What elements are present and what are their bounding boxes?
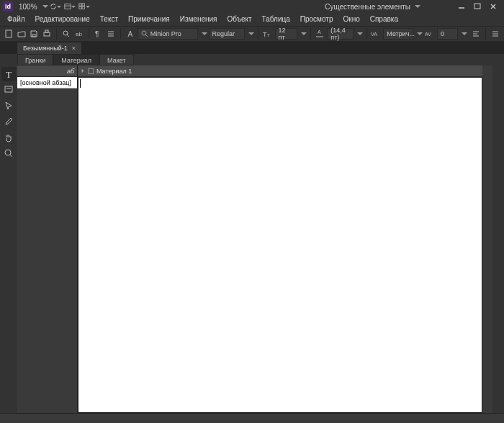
story-header[interactable]: Материал 1 [78, 65, 482, 77]
size-dropdown-icon[interactable] [301, 32, 307, 35]
menu-object[interactable]: Объект [223, 13, 256, 26]
text-editor[interactable] [78, 77, 482, 413]
text-cursor [80, 79, 81, 88]
story-checkbox[interactable] [88, 68, 94, 74]
svg-rect-4 [78, 6, 81, 9]
story-column-header: аб [17, 65, 77, 77]
kerning-icon: VA [371, 27, 382, 40]
font-family-field[interactable]: Minion Pro [138, 28, 198, 40]
spellcheck-icon[interactable]: ab [73, 27, 85, 40]
svg-text:AV: AV [425, 32, 431, 37]
menu-file[interactable]: Файл [3, 13, 30, 26]
collapse-icon[interactable] [82, 69, 84, 73]
font-size-icon: TT [262, 27, 274, 40]
eyedropper-tool[interactable] [1, 114, 16, 129]
arrange-icon[interactable] [78, 1, 90, 12]
control-bar: ab ¶ A Minion Pro Regular TT 12 пт A (14… [0, 26, 504, 42]
char-panel-icon[interactable]: A [125, 27, 136, 40]
zoom-dropdown-icon[interactable] [42, 5, 48, 8]
svg-rect-10 [6, 30, 12, 37]
svg-rect-2 [78, 4, 81, 6]
note-tool[interactable] [1, 83, 16, 97]
svg-text:A: A [318, 29, 321, 35]
type-tool[interactable]: T [1, 67, 16, 81]
tab-story[interactable]: Материал [53, 54, 99, 65]
close-button[interactable] [486, 2, 500, 11]
tracking-icon: AV [424, 27, 436, 40]
svg-rect-5 [82, 6, 84, 9]
close-tab-icon[interactable]: × [72, 45, 76, 52]
style-dropdown-icon[interactable] [248, 32, 254, 35]
svg-text:T: T [6, 69, 12, 79]
menu-text[interactable]: Текст [96, 13, 122, 26]
svg-text:¶: ¶ [95, 30, 99, 38]
print-icon[interactable] [41, 27, 53, 40]
svg-line-39 [10, 155, 12, 157]
font-style-field[interactable]: Regular [209, 28, 245, 40]
svg-point-38 [5, 150, 11, 155]
paragraph-style-column: аб [основной абзац] [17, 65, 78, 413]
kerning-field[interactable]: Метрич... [383, 28, 413, 40]
svg-rect-0 [64, 4, 70, 9]
menu-bar: Файл Редактирование Текст Примечания Изм… [0, 13, 504, 26]
zoom-level[interactable]: 100% [16, 3, 40, 11]
svg-text:VA: VA [371, 32, 377, 37]
svg-line-22 [145, 35, 148, 37]
new-doc-icon[interactable] [3, 27, 14, 40]
paragraph-style-name[interactable]: [основной абзац] [17, 77, 77, 88]
tab-galley[interactable]: Гранки [17, 54, 53, 65]
svg-line-15 [67, 35, 69, 37]
menu-changes[interactable]: Изменения [176, 13, 222, 26]
hand-tool[interactable] [1, 130, 16, 145]
position-tool[interactable] [1, 99, 16, 113]
paragraph-icon[interactable]: ¶ [93, 27, 104, 40]
menu-edit[interactable]: Редактирование [31, 13, 94, 26]
sync-icon[interactable] [50, 1, 61, 12]
kerning-dropdown-icon[interactable] [417, 32, 423, 35]
open-icon[interactable] [16, 27, 27, 40]
align-icon[interactable] [470, 27, 482, 40]
leading-icon: A [315, 27, 326, 40]
workspace-switcher[interactable]: Существенные элементы [320, 3, 425, 11]
tracking-field[interactable]: 0 [437, 28, 458, 40]
tool-column: T [0, 65, 17, 413]
horizontal-scrollbar[interactable] [0, 413, 504, 423]
tracking-dropdown-icon[interactable] [462, 32, 467, 35]
app-logo: Id [3, 1, 13, 12]
view-options-icon[interactable] [64, 1, 76, 12]
svg-rect-36 [5, 86, 12, 92]
panel-menu-icon[interactable] [490, 27, 501, 40]
svg-rect-3 [82, 4, 84, 6]
svg-text:T: T [267, 33, 270, 37]
tab-layout[interactable]: Макет [99, 54, 133, 65]
document-tab-label: Безымянный-1 [23, 45, 68, 52]
svg-rect-7 [474, 4, 480, 9]
search-icon[interactable] [60, 27, 72, 40]
font-dropdown-icon[interactable] [202, 32, 207, 35]
menu-notes[interactable]: Примечания [124, 13, 174, 26]
menu-table[interactable]: Таблица [258, 13, 294, 26]
leading-field[interactable]: (14,4 пт) [327, 28, 353, 40]
save-icon[interactable] [29, 27, 40, 40]
maximize-button[interactable] [470, 2, 485, 11]
svg-rect-11 [32, 35, 35, 37]
leading-dropdown-icon[interactable] [357, 32, 363, 35]
zoom-tool[interactable] [1, 146, 16, 160]
svg-rect-12 [44, 32, 50, 36]
menu-view[interactable]: Просмотр [296, 13, 338, 26]
svg-rect-13 [45, 30, 48, 32]
hidden-chars-icon[interactable] [105, 27, 117, 40]
document-tab[interactable]: Безымянный-1 × [17, 42, 81, 54]
font-size-field[interactable]: 12 пт [275, 28, 297, 40]
right-dock[interactable] [492, 65, 504, 413]
vertical-scrollbar[interactable] [482, 65, 492, 413]
menu-window[interactable]: Окно [338, 13, 364, 26]
menu-help[interactable]: Справка [366, 13, 402, 26]
story-title: Материал 1 [96, 68, 132, 75]
minimize-button[interactable] [454, 2, 469, 11]
svg-text:ab: ab [76, 31, 82, 37]
